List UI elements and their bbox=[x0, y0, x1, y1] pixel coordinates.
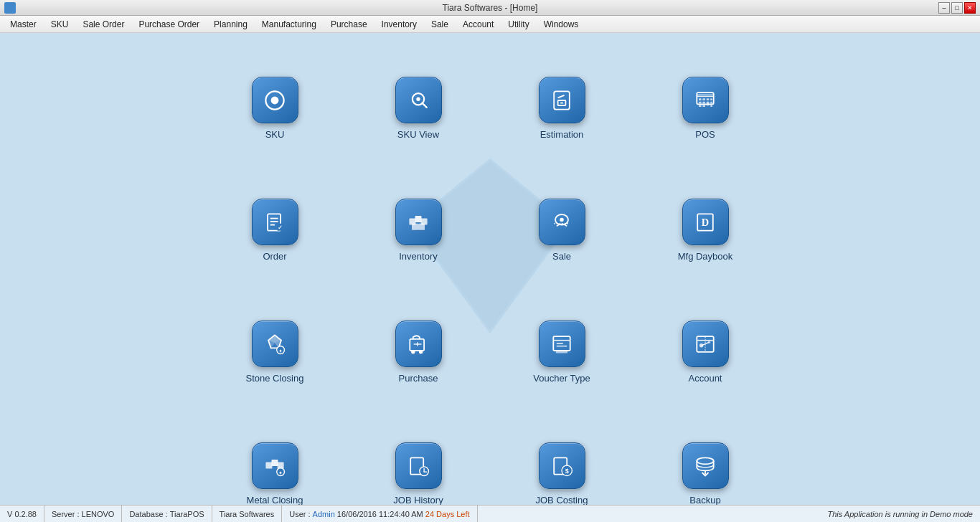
icon-box-mfg-daybook: D bbox=[682, 199, 729, 245]
icon-box-stone-closing: ✦ bbox=[252, 321, 298, 367]
menu-item-manufacturing[interactable]: Manufacturing bbox=[255, 18, 324, 31]
icon-mfg-daybook[interactable]: DMfg Daybook bbox=[633, 169, 777, 291]
status-database: Database : TiaraPOS bbox=[122, 506, 212, 522]
icon-sale[interactable]: Sale bbox=[490, 169, 633, 291]
svg-rect-19 bbox=[710, 101, 712, 103]
menu-item-utility[interactable]: Utility bbox=[501, 18, 536, 31]
icon-label-voucher-type: Voucher Type bbox=[533, 373, 590, 384]
demo-notice: This Application is running in Demo mode bbox=[478, 510, 980, 518]
minimize-button[interactable]: – bbox=[938, 2, 950, 14]
icon-label-metal-closing: Metal Closing bbox=[247, 495, 303, 505]
titlebar-left bbox=[4, 2, 16, 14]
svg-rect-13 bbox=[702, 98, 705, 100]
status-version: V 0.2.88 bbox=[0, 506, 44, 522]
svg-point-46 bbox=[411, 350, 415, 353]
svg-rect-61 bbox=[265, 462, 272, 468]
icon-label-sale: Sale bbox=[552, 251, 571, 262]
icon-label-estimation: Estimation bbox=[540, 129, 584, 140]
svg-rect-17 bbox=[702, 101, 705, 103]
icon-label-job-costing: JOB Costing bbox=[536, 495, 588, 505]
icon-label-account: Account bbox=[689, 373, 722, 384]
svg-rect-33 bbox=[418, 223, 425, 229]
maximize-button[interactable]: □ bbox=[951, 2, 963, 14]
icon-box-voucher-type bbox=[539, 321, 585, 367]
icon-estimation[interactable]: Estimation bbox=[490, 47, 633, 169]
menu-item-inventory[interactable]: Inventory bbox=[374, 18, 424, 31]
icon-box-job-history bbox=[395, 442, 442, 489]
icon-label-pos: POS bbox=[695, 129, 715, 140]
menu-item-account[interactable]: Account bbox=[456, 18, 501, 31]
svg-rect-18 bbox=[707, 101, 710, 105]
icon-backup[interactable]: Backup bbox=[633, 413, 777, 505]
menu-item-planning[interactable]: Planning bbox=[207, 18, 255, 31]
icon-inventory[interactable]: Inventory bbox=[347, 169, 490, 291]
icon-sku[interactable]: SKU bbox=[203, 47, 347, 169]
icon-box-inventory bbox=[395, 199, 442, 245]
icon-box-estimation bbox=[539, 77, 585, 123]
icon-box-account bbox=[682, 321, 729, 367]
icon-label-job-history: JOB History bbox=[393, 495, 443, 505]
titlebar: Tiara Softwares - [Home] – □ ✕ bbox=[0, 0, 980, 16]
status-appname: Tiara Softwares bbox=[212, 506, 283, 522]
icon-stone-closing[interactable]: ✦Stone Closing bbox=[203, 291, 347, 413]
titlebar-title: Tiara Softwares - [Home] bbox=[443, 3, 538, 13]
svg-rect-30 bbox=[415, 216, 422, 222]
svg-text:$: $ bbox=[565, 467, 569, 474]
icon-label-sku-view: SKU View bbox=[397, 129, 439, 140]
svg-rect-16 bbox=[699, 101, 702, 103]
menu-item-windows[interactable]: Windows bbox=[537, 18, 586, 31]
svg-rect-54 bbox=[556, 351, 567, 353]
svg-rect-22 bbox=[710, 105, 712, 107]
icon-account[interactable]: Account bbox=[633, 291, 777, 413]
svg-text:✦: ✦ bbox=[278, 347, 283, 353]
svg-point-3 bbox=[271, 96, 279, 104]
icon-label-mfg-daybook: Mfg Daybook bbox=[678, 251, 733, 262]
svg-rect-10 bbox=[697, 94, 713, 97]
icon-label-inventory: Inventory bbox=[399, 251, 437, 262]
icon-order[interactable]: ✓Order bbox=[203, 169, 347, 291]
icons-grid: SKUSKU ViewEstimationPOS✓OrderInventoryS… bbox=[203, 47, 777, 505]
svg-rect-62 bbox=[272, 460, 278, 466]
svg-rect-21 bbox=[702, 105, 705, 107]
icon-label-order: Order bbox=[263, 251, 286, 262]
icon-job-history[interactable]: JOB History bbox=[347, 413, 490, 505]
svg-point-58 bbox=[699, 343, 703, 347]
icon-pos[interactable]: POS bbox=[633, 47, 777, 169]
svg-rect-20 bbox=[699, 105, 702, 107]
icon-job-costing[interactable]: $JOB Costing bbox=[490, 413, 633, 505]
menu-item-purchase-order[interactable]: Purchase Order bbox=[131, 18, 207, 31]
icon-box-job-costing: $ bbox=[539, 442, 585, 489]
status-server: Server : LENOVO bbox=[44, 506, 122, 522]
icon-box-purchase bbox=[395, 321, 442, 367]
menu-item-purchase[interactable]: Purchase bbox=[324, 18, 374, 31]
app-icon bbox=[4, 2, 16, 14]
icon-box-order: ✓ bbox=[252, 199, 298, 245]
icon-sku-view[interactable]: SKU View bbox=[347, 47, 490, 169]
icon-voucher-type[interactable]: Voucher Type bbox=[490, 291, 633, 413]
icon-label-backup: Backup bbox=[689, 495, 720, 505]
svg-point-35 bbox=[560, 217, 563, 221]
menu-item-master[interactable]: Master bbox=[3, 18, 44, 31]
menu-item-sale-order[interactable]: Sale Order bbox=[75, 18, 131, 31]
svg-point-47 bbox=[419, 350, 423, 353]
icon-label-purchase: Purchase bbox=[399, 373, 438, 384]
menu-item-sku[interactable]: SKU bbox=[44, 18, 76, 31]
icon-label-stone-closing: Stone Closing bbox=[246, 373, 304, 384]
icon-label-sku: SKU bbox=[265, 129, 285, 140]
icon-box-metal-closing: ✦ bbox=[252, 442, 298, 489]
icon-box-sku-view bbox=[395, 77, 442, 123]
close-button[interactable]: ✕ bbox=[964, 2, 976, 14]
svg-text:✦: ✦ bbox=[278, 469, 283, 475]
status-user: User : Admin 16/06/2016 11:24:40 AM 24 D… bbox=[282, 506, 477, 522]
svg-point-5 bbox=[416, 97, 420, 100]
titlebar-controls[interactable]: – □ ✕ bbox=[938, 2, 976, 14]
icon-metal-closing[interactable]: ✦Metal Closing bbox=[203, 413, 347, 505]
menu-item-sale[interactable]: Sale bbox=[424, 18, 456, 31]
icon-box-pos bbox=[682, 77, 729, 123]
svg-line-6 bbox=[422, 103, 426, 107]
svg-text:D: D bbox=[702, 217, 709, 228]
svg-rect-32 bbox=[412, 223, 418, 229]
svg-rect-12 bbox=[699, 98, 702, 100]
icon-purchase[interactable]: Purchase bbox=[347, 291, 490, 413]
svg-rect-45 bbox=[410, 338, 424, 350]
